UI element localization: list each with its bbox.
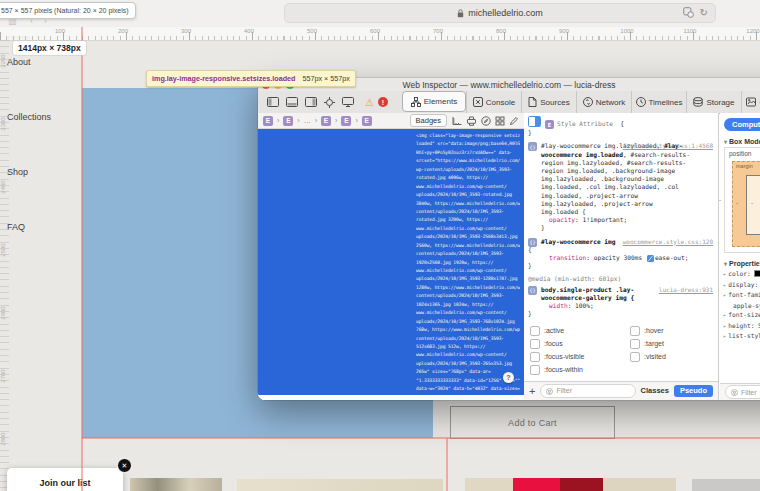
checkbox [530, 339, 540, 349]
rule-selector: body.single-product .lay-woocommerce-gal… [541, 286, 659, 302]
tab-console[interactable]: Console [466, 91, 521, 113]
print-styles-icon[interactable] [466, 116, 477, 126]
badges-button[interactable]: Badges [410, 114, 447, 127]
sidebar-item-faq[interactable]: FAQ [7, 222, 25, 232]
computed-tab[interactable]: Computed [724, 118, 760, 131]
warning-icon[interactable]: ⚠ [365, 97, 374, 108]
timelines-icon [636, 97, 646, 107]
box-model-diagram: position - margin - - [724, 147, 760, 253]
css-rule[interactable]: frontend.style.css:1:4568 {} #lay-woocom… [528, 142, 714, 232]
pseudo-class-toggle[interactable]: :visited [630, 350, 712, 363]
newsletter-popup[interactable]: Join our list [7, 468, 123, 491]
css-declaration[interactable]: transition: opacity 300ms ease-out; [549, 254, 714, 262]
pseudo-class-toggle[interactable]: :active [530, 324, 630, 337]
dock-side-icon[interactable] [267, 97, 279, 107]
edit-icon[interactable] [509, 116, 519, 126]
tab-graphics[interactable]: Graphics [741, 91, 760, 113]
tab-timelines[interactable]: Timelines [631, 91, 686, 113]
checkbox [630, 339, 640, 349]
selected-node-row[interactable]: <img class="lay-image-responsive setsize… [258, 129, 524, 395]
product-thumbnail[interactable] [130, 478, 222, 491]
reload-icon[interactable]: ↻ [700, 7, 708, 18]
breadcrumb-element[interactable]: E [362, 116, 372, 126]
compass-icon[interactable] [481, 116, 491, 126]
computed-property[interactable]: ▸display: in [723, 280, 760, 291]
css-rule[interactable]: woocommerce.style.css:120 {} #lay-woocom… [528, 238, 714, 271]
product-thumbnail[interactable] [237, 479, 443, 491]
pseudo-class-toggles: :active:hover:focus:target:focus-visible… [530, 324, 712, 376]
tab-elements[interactable]: Elements [402, 91, 466, 112]
pseudo-class-toggle[interactable]: :focus-visible [530, 350, 630, 363]
css-declaration[interactable]: opacity: 1!important; [549, 216, 714, 224]
disclosure-icon: ▾ [724, 139, 727, 145]
stylesheet-link[interactable]: lucia-dress:931 [659, 286, 713, 294]
tab-storage[interactable]: Storage [686, 91, 741, 113]
pseudo-class-toggle[interactable]: :focus-within [530, 363, 630, 376]
rulers-icon[interactable] [451, 116, 462, 126]
breadcrumb-element[interactable]: E [341, 116, 351, 126]
computed-panel: Computed ▾Box Model position - margin - … [720, 113, 760, 400]
stylesheet-icon: {} [528, 238, 537, 247]
breadcrumb-element[interactable]: E [283, 116, 293, 126]
breadcrumb-element[interactable]: E [321, 116, 331, 126]
new-rule-button[interactable]: + [529, 387, 535, 395]
style-attribute-rule[interactable]: EStyle Attribute { } [528, 116, 714, 137]
element-picker-icon[interactable] [324, 97, 335, 108]
computed-property[interactable]: ▸color: r [723, 269, 760, 280]
box-model-border[interactable]: - [746, 175, 760, 235]
sidebar-item-shop[interactable]: Shop [7, 167, 28, 177]
product-thumbnail[interactable] [465, 478, 676, 491]
error-badge[interactable]: ! [378, 97, 388, 107]
css-rule[interactable]: lucia-dress:931 {} body.single-product .… [528, 286, 714, 319]
pseudo-button[interactable]: Pseudo [674, 385, 713, 396]
chevron-right-icon: › [315, 117, 317, 124]
stylesheet-link[interactable]: frontend.style.css:1:4568 [623, 142, 713, 150]
chevron-right-icon: › [335, 117, 337, 124]
dock-bottom-icon[interactable] [286, 97, 298, 107]
collapsed-node-icon[interactable]: › [266, 397, 269, 400]
tab-sources[interactable]: Sources [521, 91, 576, 113]
breadcrumb-ellipsis[interactable]: … [304, 117, 311, 124]
chevron-right-icon: › [277, 117, 279, 124]
styles-filter-input[interactable]: Filter [540, 384, 635, 398]
add-to-cart-button[interactable]: Add to Cart [450, 406, 615, 439]
pseudo-class-toggle[interactable]: :target [630, 337, 712, 350]
classes-button[interactable]: Classes [641, 387, 669, 395]
selected-node-source: <img class="lay-image-responsive setsize… [416, 129, 520, 394]
checkbox [530, 326, 540, 336]
computed-property[interactable]: ▸font-fami [723, 290, 760, 301]
dimension-tooltip: 557 × 557 pixels (Natural: 20 × 20 pixel… [0, 2, 136, 19]
computed-property[interactable]: ▸height: 55 [723, 321, 760, 332]
elements-icon [411, 97, 421, 107]
details-sidebar-toggle-icon[interactable] [528, 116, 541, 127]
computed-property[interactable]: ▸font-size: [723, 310, 760, 321]
box-model-margin[interactable]: margin - - [732, 161, 760, 247]
computed-property[interactable]: ▸list-style- [723, 331, 760, 342]
help-icon[interactable]: ? [503, 372, 514, 383]
sidebar-item-about[interactable]: About [7, 57, 31, 67]
vertical-ruler: 2200 2300 2400 2500 2600 2700 2800 [0, 40, 9, 491]
grid-overlay-icon[interactable] [495, 116, 505, 126]
computed-filter-input[interactable]: Filter [725, 385, 760, 399]
product-thumbnail[interactable] [692, 479, 760, 491]
url-field[interactable]: michelledelrio.com ↻ [284, 3, 716, 23]
sidebar-item-collections[interactable]: Collections [7, 112, 51, 122]
computed-properties: ▸color: r ▸display: in ▸font-fami apple-… [723, 269, 760, 342]
stylesheet-link[interactable]: woocommerce.style.css:120 [623, 238, 713, 246]
pseudo-class-toggle[interactable]: :focus [530, 337, 630, 350]
device-icon[interactable] [342, 97, 354, 107]
dock-right-icon[interactable] [305, 97, 317, 107]
bezier-swatch-icon[interactable] [647, 255, 654, 262]
page-settings-icon[interactable] [683, 7, 694, 18]
network-icon [583, 97, 593, 107]
css-declaration[interactable]: width: 100%; [549, 302, 714, 310]
media-query: @media (min-width: 601px) [528, 275, 714, 283]
breadcrumb-element[interactable]: E [263, 116, 273, 126]
web-inspector-window: Web Inspector — www.michelledelrio.com —… [258, 78, 760, 400]
dom-tree: <img class="lay-image-responsive setsize… [258, 129, 524, 400]
close-icon[interactable]: ✕ [117, 458, 132, 473]
tab-network[interactable]: Network [576, 91, 631, 113]
pseudo-class-toggle[interactable]: :hover [630, 324, 712, 337]
properties-header[interactable]: ▾Properties [724, 260, 760, 267]
box-model-header[interactable]: ▾Box Model [724, 138, 760, 145]
